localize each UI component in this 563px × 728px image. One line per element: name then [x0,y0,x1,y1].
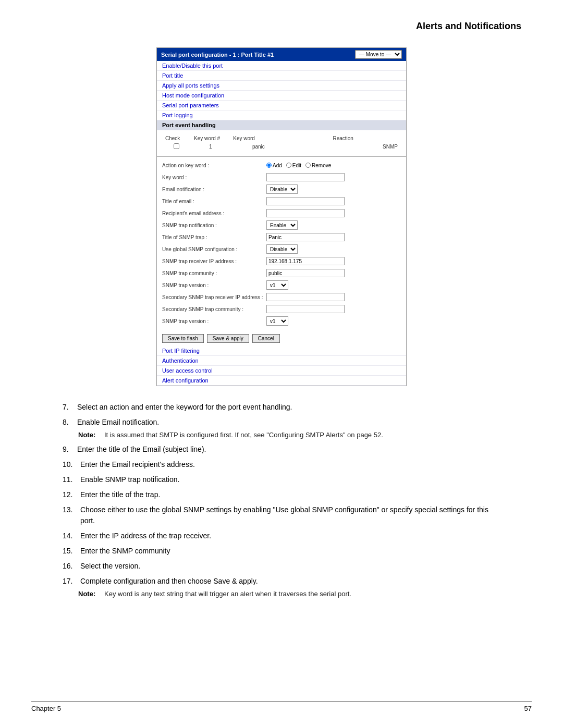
snmp-receiver-ip-row: SNMP trap receiver IP address : [162,256,401,266]
title-email-label: Title of email : [162,199,266,204]
note-1-text: It is assumed that SMTP is configured fi… [104,431,500,439]
title-snmp-input[interactable] [266,233,345,241]
title-snmp-label: Title of SNMP trap : [162,235,266,240]
menu-enable-disable[interactable]: Enable/Disable this port [157,61,406,71]
item-9-num: 9. [63,444,73,455]
page-footer: Chapter 5 57 [31,701,532,712]
secondary-community-input[interactable] [266,305,345,313]
action-edit-radio[interactable] [286,163,291,168]
item-8-num: 8. [63,417,73,428]
note-2: Note: Key word is any text string that w… [63,590,500,598]
recipient-email-input[interactable] [266,209,345,217]
menu-authentication[interactable]: Authentication [157,356,406,366]
item-9-text: Enter the title of the Email (subject li… [77,444,206,455]
title-email-row: Title of email : [162,196,401,206]
use-global-snmp-select[interactable]: Disable Enable [266,244,298,254]
bottom-menu: Port IP filtering Authentication User ac… [157,346,406,386]
keyword-label: Key word : [162,175,266,180]
row-empty [287,142,329,151]
use-global-snmp-value: Disable Enable [266,244,401,254]
item-13-text: Choose either to use the global SNMP set… [80,504,500,526]
item-7-text: Select an action and enter the keyword f… [77,402,292,413]
header-title: Alerts and Notifications [416,21,521,31]
action-row: Action on key word : Add Edit Remove [162,160,401,170]
row-keyword-num: 1 [191,142,230,151]
instructions-area: 7. Select an action and enter the keywor… [31,402,532,598]
action-edit-label[interactable]: Edit [286,163,301,168]
snmp-receiver-ip-value [266,257,401,265]
action-add-radio[interactable] [266,163,272,168]
item-14-text: Enter the IP address of the trap receive… [80,530,211,541]
item-13-num: 13. [63,504,76,526]
keyword-value [266,173,401,181]
item-10-num: 10. [63,459,76,470]
config-panel: Serial port configuration - 1 : Port Tit… [156,47,407,386]
email-notif-row: Email notification : Disable Enable [162,184,401,194]
keyword-row: Key word : [162,172,401,182]
email-notif-select[interactable]: Disable Enable [266,184,298,194]
menu-alert-config[interactable]: Alert configuration [157,376,406,386]
note-2-block: Note: Key word is any text string that w… [78,590,500,598]
menu-host-mode[interactable]: Host mode configuration [157,91,406,101]
item-10: 10. Enter the Email recipient's address. [63,459,500,470]
snmp-version-select[interactable]: v1 v2c v3 [266,280,288,290]
row-checkbox[interactable] [174,143,179,149]
menu-port-ip-filtering[interactable]: Port IP filtering [157,346,406,356]
secondary-version-select[interactable]: v1 v2c v3 [266,316,288,326]
move-to-select[interactable]: — Move to — [355,50,402,59]
title-snmp-value [266,233,401,241]
action-add-text: Add [273,163,282,168]
item-8: 8. Enable Email notification. [63,417,500,428]
snmp-version-label: SNMP trap version : [162,282,266,288]
row-keyword: panic [230,142,287,151]
item-15-text: Enter the SNMP community [80,546,170,557]
snmp-version-row: SNMP trap version : v1 v2c v3 [162,280,401,290]
cancel-button[interactable]: Cancel [252,334,280,343]
snmp-receiver-ip-input[interactable] [266,257,345,265]
menu-port-title[interactable]: Port title [157,71,406,81]
item-9: 9. Enter the title of the Email (subject… [63,444,500,455]
menu-port-event[interactable]: Port event handling [157,120,406,130]
action-remove-radio[interactable] [305,163,311,168]
col-keyword-num-header: Key word # [191,134,230,142]
save-apply-button[interactable]: Save & apply [207,334,249,343]
email-notif-value: Disable Enable [266,184,401,194]
footer-page-number: 57 [524,705,532,712]
keyword-input[interactable] [266,173,345,181]
title-email-input[interactable] [266,197,345,205]
form-area: Action on key word : Add Edit Remove [157,158,406,330]
item-7: 7. Select an action and enter the keywor… [63,402,500,413]
page: Alerts and Notifications Serial port con… [0,0,563,728]
event-table-area: Check Key word # Key word Reaction 1 pan… [157,130,406,155]
recipient-email-value [266,209,401,217]
item-12-num: 12. [63,489,76,500]
action-add-label[interactable]: Add [266,163,282,168]
menu-list: Enable/Disable this port Port title Appl… [157,61,406,130]
title-snmp-row: Title of SNMP trap : [162,232,401,242]
event-table: Check Key word # Key word Reaction 1 pan… [162,134,401,151]
secondary-ip-input[interactable] [266,293,345,301]
menu-serial-params[interactable]: Serial port parameters [157,101,406,110]
item-17: 17. Complete configuration and then choo… [63,576,500,587]
item-14-num: 14. [63,530,76,541]
item-14: 14. Enter the IP address of the trap rec… [63,530,500,541]
snmp-trap-notif-select[interactable]: Enable Disable [266,220,298,230]
menu-user-access[interactable]: User access control [157,366,406,376]
save-flash-button[interactable]: Save to flash [162,334,204,343]
snmp-community-input[interactable] [266,269,345,277]
item-15-num: 15. [63,546,76,557]
row-checkbox-cell[interactable] [162,142,191,151]
menu-port-logging[interactable]: Port logging [157,110,406,120]
note-2-text: Key word is any text string that will tr… [104,590,500,598]
col-empty-header [287,134,329,142]
page-title: Alerts and Notifications [31,21,532,32]
col-reaction-header: Reaction [329,134,401,142]
secondary-ip-label: Secondary SNMP trap receiver IP address … [162,294,266,300]
button-row: Save to flash Save & apply Cancel [162,334,401,343]
action-remove-label[interactable]: Remove [305,163,331,168]
item-17-num: 17. [63,576,76,587]
menu-apply-all[interactable]: Apply all ports settings [157,81,406,91]
snmp-trap-notif-row: SNMP trap notification : Enable Disable [162,220,401,230]
snmp-receiver-ip-label: SNMP trap receiver IP address : [162,258,266,264]
snmp-community-row: SNMP trap community : [162,268,401,278]
